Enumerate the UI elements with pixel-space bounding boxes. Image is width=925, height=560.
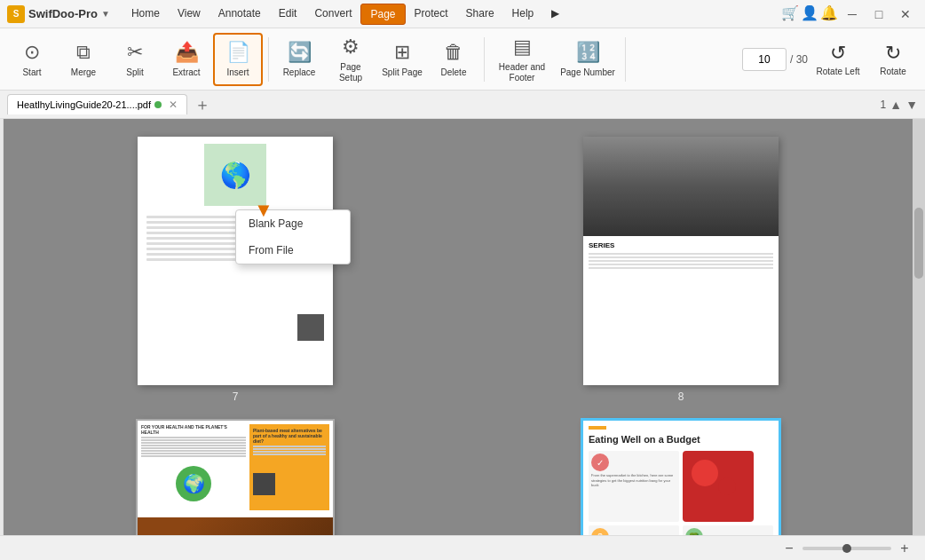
- icon-user[interactable]: 👤: [801, 4, 818, 22]
- rotate-right-button[interactable]: ↻ Rotate: [868, 42, 918, 76]
- merge-icon: ⧉: [76, 41, 91, 64]
- scrollbar-thumb[interactable]: [914, 208, 923, 279]
- start-icon: ⊙: [24, 41, 40, 64]
- start-label: Start: [22, 67, 41, 78]
- page10-grid: ✓ From the supermarket to the kitchen, h…: [589, 451, 773, 535]
- page10-title: Eating Well on a Budget: [589, 433, 773, 446]
- extract-button[interactable]: 📤 Extract: [162, 33, 211, 86]
- page9-line-3: [141, 442, 246, 444]
- page-container-8: SERIES 8: [467, 137, 895, 403]
- separator-1: [268, 37, 269, 82]
- menu-home[interactable]: Home: [123, 4, 169, 25]
- page-thumb-9[interactable]: FOR YOUR HEALTH AND THE PLANET'S HEALTH …: [138, 421, 333, 535]
- document-tab[interactable]: HeatlhyLivingGuide20-21....pdf ✕: [7, 94, 187, 114]
- insert-button[interactable]: 📄 Insert: [213, 33, 263, 86]
- extract-icon: 📤: [175, 41, 199, 64]
- menu-protect[interactable]: Protect: [406, 4, 457, 25]
- header-footer-button[interactable]: ▤ Header and Footer: [490, 33, 554, 86]
- page-up-button[interactable]: ▲: [889, 98, 902, 112]
- scrollbar[interactable]: [913, 119, 925, 535]
- split-page-label: Split Page: [382, 67, 423, 78]
- delete-button[interactable]: 🗑 Delete: [429, 33, 478, 86]
- merge-button[interactable]: ⧉ Merge: [59, 33, 108, 86]
- page-thumb-10[interactable]: Eating Well on a Budget ✓ From the super…: [583, 421, 779, 535]
- app-logo: S SwifDoo-Pro ▼: [7, 5, 110, 23]
- rotate-left-icon: ↺: [830, 42, 846, 65]
- rotate-right-icon: ↻: [885, 42, 901, 65]
- from-file-option[interactable]: From File: [236, 237, 350, 264]
- page-input[interactable]: [742, 48, 787, 71]
- menu-view[interactable]: View: [169, 4, 210, 25]
- page10-tomato-circle-2: [718, 477, 736, 495]
- header-footer-label: Header and Footer: [494, 62, 550, 83]
- page8-bottom: SERIES: [583, 236, 779, 385]
- menu-page[interactable]: Page: [360, 4, 405, 25]
- page8-bg: [583, 137, 779, 236]
- page-thumb-8[interactable]: SERIES: [583, 137, 779, 385]
- menu-annotate[interactable]: Annotate: [210, 4, 270, 25]
- pdf-canvas[interactable]: 🌎 7: [4, 119, 913, 535]
- icon-cart[interactable]: 🛒: [781, 4, 799, 22]
- page10-card-icon-3: 🥦: [685, 528, 703, 535]
- merge-label: Merge: [71, 67, 96, 78]
- page-number-icon: 🔢: [576, 41, 600, 64]
- zoom-slider[interactable]: [802, 547, 891, 550]
- zoom-in-button[interactable]: +: [895, 539, 914, 558]
- tab-bar: HeatlhyLivingGuide20-21....pdf ✕ ＋ 1 ▲ ▼: [0, 91, 925, 119]
- window-controls: 🛒 👤 🔔 ─ □ ✕: [781, 4, 918, 24]
- rotate-left-button[interactable]: ↺ Rotate Left: [813, 42, 863, 76]
- insert-pointer-arrow: ▼: [254, 199, 273, 222]
- page-number-button[interactable]: 🔢 Page Number: [556, 33, 620, 86]
- page-setup-label: Page Setup: [329, 62, 372, 83]
- page8-line-5: [589, 267, 773, 269]
- split-page-button[interactable]: ⊞ Split Page: [377, 33, 427, 86]
- page9-right: Plant-based meat alternatives be part of…: [249, 424, 329, 510]
- page8-top-image: [583, 137, 779, 236]
- dropdown-arrow-icon[interactable]: ▼: [101, 9, 110, 19]
- page7-image: 🌎: [204, 144, 266, 206]
- page8-content: SERIES: [583, 137, 779, 385]
- page-number-label: Page Number: [560, 67, 615, 78]
- menu-help[interactable]: Help: [503, 4, 543, 25]
- menu-edit[interactable]: Edit: [270, 4, 306, 25]
- tab-close-button[interactable]: ✕: [169, 99, 178, 111]
- page10-tomato-img: [683, 451, 773, 522]
- replace-button[interactable]: 🔄 Replace: [274, 33, 324, 86]
- page-navigation: / 30: [742, 48, 808, 71]
- close-button[interactable]: ✕: [893, 4, 918, 24]
- page8-line-4: [589, 264, 773, 265]
- tab-filename: HeatlhyLivingGuide20-21....pdf: [17, 99, 151, 110]
- menu-more[interactable]: ▶: [542, 4, 568, 25]
- separator-3: [625, 37, 626, 82]
- zoom-out-button[interactable]: −: [779, 539, 799, 558]
- icon-bell[interactable]: 🔔: [820, 4, 838, 22]
- maximize-button[interactable]: □: [866, 4, 891, 24]
- page-container-9: FOR YOUR HEALTH AND THE PLANET'S HEALTH …: [21, 421, 449, 535]
- app-name: SwifDoo-Pro: [28, 7, 98, 20]
- page10-card-2: $ Grocery list tips and budget saving st…: [589, 525, 679, 535]
- page9-qr: [253, 473, 275, 495]
- new-tab-button[interactable]: ＋: [191, 94, 214, 115]
- minimize-button[interactable]: ─: [840, 4, 865, 24]
- delete-label: Delete: [441, 67, 467, 78]
- replace-icon: 🔄: [288, 41, 312, 64]
- split-button[interactable]: ✂ Split: [110, 33, 160, 86]
- page8-line-1: [589, 253, 773, 255]
- tab-page-info: 1 ▲ ▼: [881, 98, 918, 112]
- page9-line-7: [141, 453, 246, 454]
- rotate-left-label: Rotate Left: [817, 67, 860, 76]
- zoom-slider-thumb[interactable]: [842, 544, 851, 553]
- main-content: 🌎 7: [0, 119, 925, 535]
- insert-label: Insert: [226, 67, 249, 78]
- page-setup-button[interactable]: ⚙ Page Setup: [326, 33, 376, 86]
- page9-left: FOR YOUR HEALTH AND THE PLANET'S HEALTH …: [141, 424, 246, 510]
- current-page-display: 1: [881, 99, 887, 111]
- menu-share[interactable]: Share: [457, 4, 503, 25]
- split-label: Split: [126, 67, 143, 78]
- page10-accent-bar: [589, 426, 606, 430]
- start-button[interactable]: ⊙ Start: [7, 33, 57, 86]
- page-down-button[interactable]: ▼: [905, 98, 918, 112]
- page-container-7: 🌎 7: [21, 137, 449, 403]
- menu-convert[interactable]: Convert: [305, 4, 360, 25]
- page10-card-icon-2: $: [591, 528, 609, 535]
